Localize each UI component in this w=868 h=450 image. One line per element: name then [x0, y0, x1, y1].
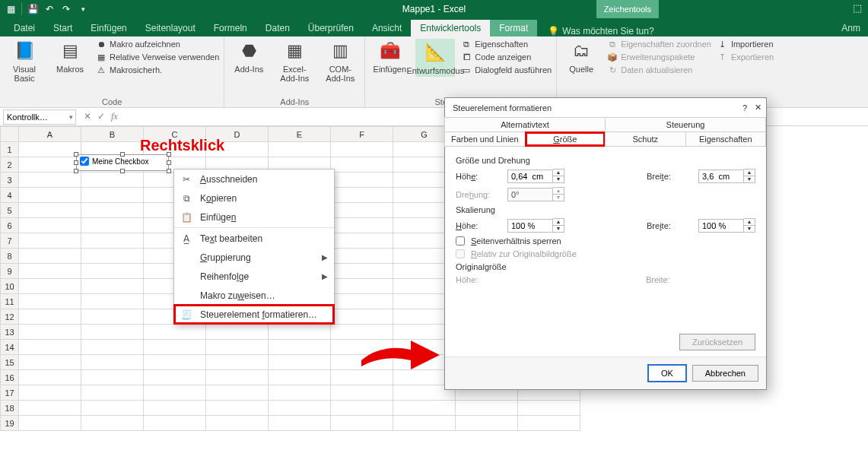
cell[interactable]	[269, 325, 331, 340]
cell[interactable]	[269, 355, 331, 370]
btn-ok[interactable]: OK	[648, 365, 686, 382]
cell[interactable]	[19, 142, 81, 157]
input-hoehe[interactable]	[507, 170, 553, 183]
row-header[interactable]: 17	[1, 385, 19, 401]
cell[interactable]	[331, 233, 393, 249]
cell[interactable]	[331, 249, 393, 264]
row-header[interactable]: 4	[1, 188, 19, 203]
cell[interactable]	[81, 264, 144, 279]
exportieren-button[interactable]: ⤒Exportieren	[717, 52, 774, 62]
redo-icon[interactable]: ↷	[60, 3, 72, 15]
eigenschaften-zuordnen-button[interactable]: ⧉Eigenschaften zuordnen	[607, 39, 711, 49]
visual-basic-button[interactable]: 📘 Visual Basic	[5, 39, 44, 83]
cell[interactable]	[144, 370, 206, 385]
cell[interactable]	[81, 294, 144, 309]
tab-ueberpruefen[interactable]: Überprüfen	[299, 20, 363, 36]
dlg-tab-eigenschaften[interactable]: Eigenschaften	[685, 132, 767, 147]
entwurfsmodus-button[interactable]: 📐Entwurfsmodus	[415, 39, 455, 77]
row-header[interactable]: 6	[1, 218, 19, 233]
cell[interactable]	[144, 385, 206, 401]
com-addins-button[interactable]: ▥COM-Add-Ins	[320, 39, 360, 83]
cell[interactable]	[81, 188, 144, 203]
cell[interactable]	[331, 173, 393, 188]
cell[interactable]	[81, 279, 144, 294]
cell[interactable]	[331, 279, 393, 294]
cell[interactable]	[269, 385, 331, 401]
row-header[interactable]: 10	[1, 279, 19, 294]
importieren-button[interactable]: ⤓Importieren	[717, 39, 774, 49]
row-header[interactable]: 1	[1, 142, 19, 157]
cell[interactable]	[81, 385, 144, 401]
checkbox-form-control[interactable]: Meine Checkbox	[76, 154, 169, 171]
checkbox-input[interactable]	[80, 157, 89, 166]
row-header[interactable]: 5	[1, 203, 19, 218]
dlg-tab-steuerung[interactable]: Steuerung	[605, 117, 766, 132]
ctx-ausschneiden[interactable]: ✂Ausschneiden	[174, 170, 334, 189]
cell[interactable]	[19, 233, 81, 249]
spin-down-icon[interactable]: ▼	[744, 176, 755, 183]
btn-abbrechen[interactable]: Abbrechen	[692, 365, 758, 382]
cell[interactable]	[19, 264, 81, 279]
row-header[interactable]: 13	[1, 325, 19, 340]
name-box[interactable]: Kontrollk…	[3, 109, 76, 125]
makrosicherheit-button[interactable]: ⚠Makrosicherh.	[96, 65, 219, 75]
makro-aufzeichnen-button[interactable]: ⏺Makro aufzeichnen	[96, 39, 219, 49]
input-sk-hoehe[interactable]	[507, 219, 553, 233]
row-header[interactable]: 14	[1, 340, 19, 355]
chk-seitenverhaeltnis[interactable]	[456, 236, 465, 246]
cell[interactable]	[81, 218, 144, 233]
cell[interactable]	[393, 416, 456, 431]
cell[interactable]	[81, 416, 144, 431]
eigenschaften-button[interactable]: ⧉Eigenschaften	[461, 39, 552, 49]
row-header[interactable]: 8	[1, 249, 19, 264]
row-header[interactable]: 18	[1, 401, 19, 416]
cell[interactable]	[81, 249, 144, 264]
cell[interactable]	[81, 309, 144, 325]
close-icon[interactable]: ✕	[755, 103, 761, 112]
cell[interactable]	[19, 218, 81, 233]
spin-up-icon[interactable]: ▲	[744, 219, 755, 226]
dlg-tab-alternativtext[interactable]: Alternativtext	[444, 117, 606, 132]
cell[interactable]	[19, 370, 81, 385]
row-header[interactable]: 3	[1, 173, 19, 188]
cell[interactable]	[19, 385, 81, 401]
cell[interactable]	[144, 340, 206, 355]
cell[interactable]	[19, 340, 81, 355]
cell[interactable]	[206, 401, 269, 416]
cancel-icon[interactable]: ✕	[84, 111, 91, 122]
row-header[interactable]: 9	[1, 264, 19, 279]
col-header[interactable]: F	[331, 127, 393, 142]
cell[interactable]	[19, 279, 81, 294]
einfuegen-button[interactable]: 🧰Einfügen	[370, 39, 409, 74]
cell[interactable]	[206, 416, 269, 431]
cell[interactable]	[206, 325, 269, 340]
dlg-tab-groesse[interactable]: Größe	[525, 132, 606, 147]
ctx-steuerelement-formatieren[interactable]: 🧾Steuerelement formatieren…	[174, 305, 334, 324]
fx-icon[interactable]: fx	[111, 111, 118, 122]
cell[interactable]	[81, 355, 144, 370]
cell[interactable]	[331, 218, 393, 233]
cell[interactable]	[81, 325, 144, 340]
undo-icon[interactable]: ↶	[43, 3, 56, 15]
cell[interactable]	[331, 385, 393, 401]
cell[interactable]	[518, 416, 580, 431]
row-header[interactable]: 12	[1, 309, 19, 325]
cell[interactable]	[19, 249, 81, 264]
cell[interactable]	[456, 401, 518, 416]
help-icon[interactable]: ?	[742, 103, 747, 112]
cell[interactable]	[81, 173, 144, 188]
makros-button[interactable]: ▤ Makros	[50, 39, 90, 74]
row-header[interactable]: 16	[1, 370, 19, 385]
ctx-kopieren[interactable]: ⧉Kopieren	[174, 189, 334, 208]
dlg-tab-schutz[interactable]: Schutz	[605, 132, 686, 147]
spin-down-icon[interactable]: ▼	[744, 226, 755, 233]
dialogfeld-button[interactable]: ▭Dialogfeld ausführen	[461, 65, 552, 75]
ctx-reihenfolge[interactable]: Reihenfolge▶	[174, 267, 334, 286]
cell[interactable]	[331, 309, 393, 325]
cell[interactable]	[19, 188, 81, 203]
col-header[interactable]: A	[19, 127, 81, 142]
spin-down-icon[interactable]: ▼	[553, 176, 564, 183]
excel-addins-button[interactable]: ▦Excel-Add-Ins	[275, 39, 314, 83]
tab-einfuegen[interactable]: Einfügen	[81, 20, 135, 36]
enter-icon[interactable]: ✓	[97, 111, 105, 122]
